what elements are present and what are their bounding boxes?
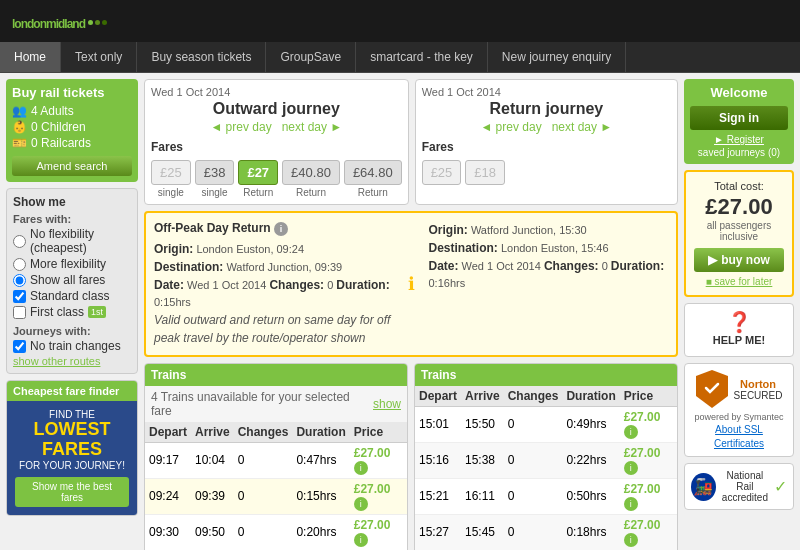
- show-all-fares-radio[interactable]: [13, 274, 26, 287]
- show-me-section: Show me Fares with: No flexibility (chea…: [6, 188, 138, 374]
- fare-return-detail: Origin: Watford Junction, 15:30 Destinat…: [429, 221, 669, 292]
- outward-fare-type-return3: Return: [344, 187, 402, 198]
- center-content: Wed 1 Oct 2014 Outward journey ◄ prev da…: [144, 79, 678, 550]
- norton-secured: SECURED: [734, 390, 783, 401]
- row-info-button[interactable]: i: [354, 461, 368, 475]
- no-train-changes-checkbox[interactable]: [13, 340, 26, 353]
- arrive-time-r: 15:50: [461, 406, 504, 442]
- first-class-checkbox[interactable]: [13, 306, 26, 319]
- col-price: Price: [350, 422, 407, 443]
- row-info-button-r[interactable]: i: [624, 461, 638, 475]
- duration-time: 0:15hrs: [292, 478, 349, 514]
- show-fares-button[interactable]: Show me the best fares: [15, 477, 129, 507]
- col-duration: Duration: [292, 422, 349, 443]
- norton-name: Norton: [734, 378, 783, 390]
- nav-home[interactable]: Home: [0, 42, 61, 72]
- ssl-link[interactable]: About SSL Certificates: [714, 424, 764, 449]
- outward-fare-price-40[interactable]: £40.80: [282, 160, 340, 185]
- return-fare-boxes: £25 £18: [422, 160, 671, 185]
- saved-journeys-link[interactable]: saved journeys (0): [690, 147, 788, 158]
- return-train-row[interactable]: 15:21 16:11 0 0:50hrs £27.00 i: [415, 478, 677, 514]
- row-info-button[interactable]: i: [354, 533, 368, 547]
- depart-time: 09:30: [145, 514, 191, 550]
- duration-time-r: 0:50hrs: [562, 478, 619, 514]
- standard-class-checkbox[interactable]: [13, 290, 26, 303]
- fares-with-label: Fares with:: [13, 213, 131, 225]
- changes-count-r: 0: [504, 478, 563, 514]
- row-info-button-r[interactable]: i: [624, 533, 638, 547]
- outward-train-row[interactable]: 09:24 09:39 0 0:15hrs £27.00 i: [145, 478, 407, 514]
- no-flexibility-radio[interactable]: [13, 235, 26, 248]
- show-other-routes-link[interactable]: show other routes: [13, 355, 131, 367]
- nav-groupsave[interactable]: GroupSave: [266, 42, 356, 72]
- outward-date: Wed 1 Oct 2014: [151, 86, 230, 98]
- outward-train-row[interactable]: 09:17 10:04 0 0:47hrs £27.00 i: [145, 442, 407, 478]
- return-fare-price-18: £18: [465, 160, 505, 185]
- first-class-label: First class: [30, 305, 84, 319]
- nav-new-journey[interactable]: New journey enquiry: [488, 42, 626, 72]
- return-next-day[interactable]: next day ►: [552, 120, 613, 134]
- return-fares: Fares £25 £18: [422, 140, 671, 185]
- outward-trains-header: Depart Arrive Changes Duration Price: [145, 422, 407, 443]
- logo: londonmidland: [12, 8, 107, 34]
- outward-fare-price-25: £25: [151, 160, 191, 185]
- railcards-count: 0 Railcards: [31, 136, 91, 150]
- national-rail-labels: National Rail accredited: [720, 470, 770, 503]
- lowest-fares-label: LOWESTFARES: [15, 420, 129, 460]
- show-unavailable-link[interactable]: show: [373, 397, 401, 411]
- outward-prev-day[interactable]: ◄ prev day: [210, 120, 271, 134]
- outward-next-day[interactable]: next day ►: [282, 120, 343, 134]
- price-value: £27.00: [354, 446, 391, 460]
- outward-fare-price-64[interactable]: £64.80: [344, 160, 402, 185]
- welcome-title: Welcome: [690, 85, 788, 100]
- price-cell-r: £27.00 i: [620, 406, 677, 442]
- return-trains-header: Depart Arrive Changes Duration Price: [415, 386, 677, 407]
- col-changes-r: Changes: [504, 386, 563, 407]
- no-train-changes-option: No train changes: [13, 339, 131, 353]
- register-link[interactable]: ► Register: [690, 134, 788, 145]
- selected-fare-info-icon[interactable]: i: [274, 222, 288, 236]
- row-info-button[interactable]: i: [354, 497, 368, 511]
- left-sidebar: Buy rail tickets 👥 4 Adults 👶 0 Children…: [6, 79, 138, 550]
- signin-button[interactable]: Sign in: [690, 106, 788, 130]
- more-flexibility-radio[interactable]: [13, 258, 26, 271]
- outward-fare-type-return: Return: [238, 187, 278, 198]
- selected-fare-return: Origin: Watford Junction, 15:30 Destinat…: [429, 221, 669, 347]
- return-train-row[interactable]: 15:16 15:38 0 0:22hrs £27.00 i: [415, 442, 677, 478]
- total-label: Total cost:: [694, 180, 784, 192]
- nav-smartcard[interactable]: smartcard - the key: [356, 42, 488, 72]
- duration-time-r: 0:22hrs: [562, 442, 619, 478]
- outward-fare-price-27[interactable]: £27: [238, 160, 278, 185]
- nav-text-only[interactable]: Text only: [61, 42, 137, 72]
- arrive-time-r: 16:11: [461, 478, 504, 514]
- outward-fare-64: £64.80 Return: [344, 160, 402, 198]
- row-info-button-r[interactable]: i: [624, 425, 638, 439]
- return-train-row[interactable]: 15:27 15:45 0 0:18hrs £27.00 i: [415, 514, 677, 550]
- header: londonmidland: [0, 0, 800, 42]
- symantec-label: powered by Symantec: [691, 412, 787, 422]
- duration-time: 0:47hrs: [292, 442, 349, 478]
- selected-fare-outward: Off-Peak Day Return i Origin: London Eus…: [154, 221, 394, 347]
- depart-time-r: 15:01: [415, 406, 461, 442]
- outward-fare-38: £38 single: [195, 160, 235, 198]
- amend-search-button[interactable]: Amend search: [12, 156, 132, 176]
- changes-count: 0: [234, 478, 293, 514]
- logo-first: london: [12, 17, 46, 31]
- navigation: Home Text only Buy season tickets GroupS…: [0, 42, 800, 73]
- nav-buy-season[interactable]: Buy season tickets: [137, 42, 266, 72]
- outward-train-row[interactable]: 09:30 09:50 0 0:20hrs £27.00 i: [145, 514, 407, 550]
- return-train-row[interactable]: 15:01 15:50 0 0:49hrs £27.00 i: [415, 406, 677, 442]
- journeys-section: Journeys with: No train changes: [13, 325, 131, 353]
- price-value-r: £27.00: [624, 446, 661, 460]
- norton-header: Norton SECURED: [691, 370, 787, 408]
- duration-time-r: 0:18hrs: [562, 514, 619, 550]
- price-cell: £27.00 i: [350, 514, 407, 550]
- save-later-link[interactable]: ■ save for later: [694, 276, 784, 287]
- return-prev-day[interactable]: ◄ prev day: [480, 120, 541, 134]
- buy-now-button[interactable]: ▶ buy now: [694, 248, 784, 272]
- price-cell-r: £27.00 i: [620, 442, 677, 478]
- changes-count-r: 0: [504, 406, 563, 442]
- return-journey-col: Wed 1 Oct 2014 Return journey ◄ prev day…: [415, 79, 678, 205]
- total-price: £27.00: [694, 194, 784, 220]
- row-info-button-r[interactable]: i: [624, 497, 638, 511]
